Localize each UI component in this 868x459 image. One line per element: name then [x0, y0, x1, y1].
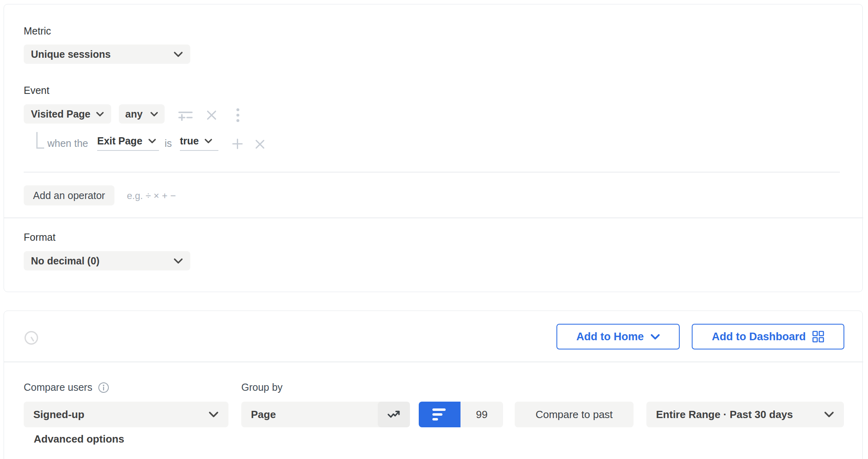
add-operator-button[interactable]: Add an operator	[24, 185, 114, 205]
chart-card: Add to Home Add to Dashboard Compare use…	[4, 311, 863, 459]
metric-select-value: Unique sessions	[31, 49, 111, 60]
add-condition-button[interactable]	[231, 138, 243, 150]
condition-operator: is	[165, 138, 172, 149]
metric-definition-card: Metric Unique sessions Event Visited Pag…	[4, 4, 863, 292]
query-builder-page: Metric Unique sessions Event Visited Pag…	[0, 0, 868, 459]
condition-property-value: Exit Page	[97, 135, 143, 147]
condition-value: true	[180, 135, 199, 147]
date-range-value: Entire Range · Past 30 days	[656, 408, 793, 421]
dashboard-grid-icon	[812, 331, 824, 343]
condition-value-select[interactable]: true	[180, 135, 218, 151]
event-qualifier-value: any	[125, 108, 143, 120]
info-icon[interactable]	[98, 382, 109, 393]
condition-property-select[interactable]: Exit Page	[97, 135, 159, 151]
remove-event-button[interactable]	[205, 109, 218, 121]
event-name-value: Visited Page	[31, 108, 90, 120]
metric-label: Metric	[24, 25, 51, 37]
compare-users-value: Signed-up	[33, 408, 84, 421]
bar-chart-button[interactable]	[419, 402, 460, 427]
result-limit-value: 99	[476, 408, 488, 421]
operator-hint: e.g. ÷ × + −	[127, 190, 176, 201]
chevron-down-icon	[173, 258, 183, 264]
bar-chart-icon	[432, 408, 447, 420]
advanced-options-link[interactable]: Advanced options	[34, 433, 124, 445]
add-filter-button[interactable]	[177, 109, 194, 121]
chevron-down-icon	[173, 51, 183, 57]
add-to-home-label: Add to Home	[577, 331, 644, 343]
event-menu-button[interactable]	[233, 108, 242, 123]
chevron-down-icon	[824, 411, 834, 418]
metric-select[interactable]: Unique sessions	[24, 45, 190, 64]
compare-users-select[interactable]: Signed-up	[24, 402, 228, 427]
group-by-label: Group by	[241, 382, 283, 393]
chevron-down-icon	[96, 112, 104, 117]
condition-prefix: when the	[47, 138, 88, 149]
chevron-down-icon	[204, 138, 212, 144]
compare-to-past-button[interactable]: Compare to past	[515, 402, 634, 427]
format-select-value: No decimal (0)	[31, 255, 100, 267]
event-name-select[interactable]: Visited Page	[24, 104, 111, 124]
event-qualifier-select[interactable]: any	[119, 104, 165, 124]
plus-icon	[232, 138, 243, 149]
event-section-divider	[24, 172, 840, 173]
add-to-dashboard-label: Add to Dashboard	[712, 331, 806, 343]
format-select[interactable]: No decimal (0)	[24, 251, 190, 270]
add-operator-label: Add an operator	[33, 190, 105, 201]
add-to-home-button[interactable]: Add to Home	[556, 324, 680, 349]
kebab-menu-icon	[236, 108, 240, 122]
chevron-down-icon	[148, 138, 156, 144]
compare-to-past-label: Compare to past	[536, 408, 613, 421]
chevron-down-icon	[650, 334, 660, 340]
add-filter-icon	[178, 110, 193, 121]
date-range-select[interactable]: Entire Range · Past 30 days	[646, 402, 844, 427]
line-chart-icon	[387, 409, 401, 420]
history-button[interactable]	[24, 330, 39, 345]
compare-users-label: Compare users	[24, 382, 92, 393]
add-to-dashboard-button[interactable]: Add to Dashboard	[692, 324, 844, 349]
chevron-down-icon	[208, 411, 219, 418]
branch-corner-icon	[36, 132, 45, 151]
controls-divider	[4, 362, 863, 362]
line-chart-button[interactable]	[378, 402, 410, 427]
close-icon	[255, 139, 265, 150]
compare-users-label-row: Compare users	[24, 382, 109, 393]
format-section-divider	[4, 217, 863, 218]
format-label: Format	[24, 232, 55, 243]
event-label: Event	[24, 85, 49, 96]
remove-condition-button[interactable]	[254, 138, 266, 150]
result-limit[interactable]: 99	[460, 402, 503, 427]
close-icon	[206, 110, 217, 121]
group-by-value: Page	[251, 408, 276, 421]
chevron-down-icon	[150, 112, 158, 117]
clock-icon	[24, 330, 39, 345]
